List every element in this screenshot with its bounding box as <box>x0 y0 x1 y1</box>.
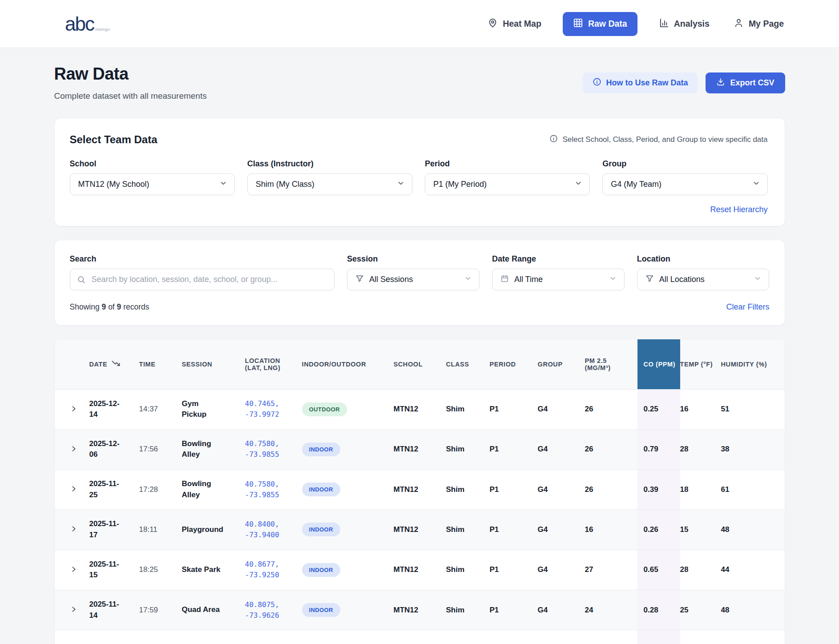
session-select[interactable]: All Sessions <box>347 269 480 290</box>
cell-pm25: 27 <box>585 550 637 590</box>
chevron-down-icon <box>574 179 582 189</box>
how-to-use-button[interactable]: How to Use Raw Data <box>583 72 698 93</box>
cell-indoor-outdoor: INDOOR <box>302 590 394 630</box>
cell-location[interactable]: 40.8075, -73.9626 <box>245 590 302 630</box>
chevron-down-icon <box>464 274 472 285</box>
location-select[interactable]: All Locations <box>637 269 770 290</box>
expand-row-button[interactable] <box>70 565 78 575</box>
cell-class: Shim <box>446 389 490 429</box>
cell-session: Skate Park <box>182 550 245 590</box>
nav-item-raw-data[interactable]: Raw Data <box>563 12 637 36</box>
table-row[interactable]: 2025-11-15 18:25 Skate Park 40.8677, -73… <box>55 550 785 590</box>
expand-row-button[interactable] <box>70 485 78 494</box>
table-row[interactable]: 2025-12-14 14:37 Gym Pickup 40.7465, -73… <box>55 389 785 429</box>
expand-row-button[interactable] <box>70 445 78 454</box>
cell-time: 17:28 <box>139 470 182 510</box>
chevron-down-icon <box>219 179 227 189</box>
cell-session: Playground <box>182 510 245 550</box>
cell-group: G4 <box>538 550 585 590</box>
date-range-select[interactable]: All Time <box>492 269 625 290</box>
chevron-down-icon <box>754 274 762 285</box>
table-row[interactable]: 2025-11-17 18:11 Playground 40.8400, -73… <box>55 510 785 550</box>
session-label: Session <box>347 254 480 264</box>
cell-co: 0.28 <box>637 590 680 630</box>
cell-co: 0.39 <box>637 470 680 510</box>
expand-row-button[interactable] <box>70 405 78 414</box>
cell-expand <box>55 510 89 550</box>
cell-pm25: 24 <box>585 590 637 630</box>
cell-group: G4 <box>538 429 585 469</box>
cell-class: Shim <box>446 429 490 469</box>
how-to-use-label: How to Use Raw Data <box>606 78 688 88</box>
cell-date: 2025-12-06 <box>89 429 139 469</box>
header-pm25: PM 2.5 (MG/M³) <box>585 339 637 389</box>
header-period: PERIOD <box>490 339 538 389</box>
nav-label: My Page <box>749 19 784 29</box>
expand-row-button[interactable] <box>70 605 78 615</box>
cell-indoor-outdoor: INDOOR <box>302 470 394 510</box>
cell-school: MTN12 <box>394 429 446 469</box>
download-icon <box>716 77 725 89</box>
cell-location[interactable]: 40.7580, -73.9855 <box>245 470 302 510</box>
raw-data-table-card: DATE TIME SESSION LOCATION (LAT, LNG) IN… <box>54 339 785 644</box>
cell-period: P1 <box>490 470 538 510</box>
cell-indoor-outdoor: INDOOR <box>302 510 394 550</box>
cell-period: P1 <box>490 389 538 429</box>
class-select[interactable]: Shim (My Class) <box>247 173 412 195</box>
export-csv-button[interactable]: Export CSV <box>706 72 785 93</box>
cell-school: MTN12 <box>394 389 446 429</box>
chevron-right-icon <box>70 405 78 414</box>
bar-chart-icon <box>659 18 669 30</box>
group-select[interactable]: G4 (My Team) <box>602 173 767 195</box>
cell-location[interactable]: 40.8677, -73.9250 <box>245 550 302 590</box>
cell-date: 2025-11-17 <box>89 510 139 550</box>
cell-temp: 25 <box>680 590 721 630</box>
cell-group: G4 <box>538 389 585 429</box>
cell-pm25: 26 <box>585 470 637 510</box>
cell-expand <box>55 429 89 469</box>
table-row[interactable]: 2025-12-06 17:56 Bowling Alley 40.7580, … <box>55 429 785 469</box>
cell-session: Gym Pickup <box>182 389 245 429</box>
brand-logo[interactable]: abc otamgu <box>65 13 110 35</box>
info-icon <box>593 77 601 89</box>
period-select[interactable]: P1 (My Period) <box>425 173 590 195</box>
cell-time: 18:25 <box>139 550 182 590</box>
nav-item-analysis[interactable]: Analysis <box>656 12 712 36</box>
header-location: LOCATION (LAT, LNG) <box>245 339 302 389</box>
chevron-right-icon <box>70 445 78 454</box>
cell-date: 2025-11-14 <box>89 590 139 630</box>
chevron-right-icon <box>70 525 78 534</box>
header-date[interactable]: DATE <box>89 339 139 389</box>
school-field: School MTN12 (My School) <box>70 159 235 195</box>
expand-row-button[interactable] <box>70 525 78 534</box>
cell-location[interactable]: 40.7580, -73.9855 <box>245 429 302 469</box>
cell-location[interactable]: 40.7465, -73.9972 <box>245 389 302 429</box>
cell-humidity: 38 <box>721 429 785 469</box>
table-row[interactable]: 2025-11-25 17:28 Bowling Alley 40.7580, … <box>55 470 785 510</box>
school-select[interactable]: MTN12 (My School) <box>70 173 235 195</box>
team-selector-card: Select Team Data Select School, Class, P… <box>54 118 785 226</box>
cell-expand <box>55 550 89 590</box>
table-row[interactable]: 2025-11-14 17:59 Quad Area 40.8075, -73.… <box>55 590 785 630</box>
header-humidity: HUMIDITY (%) <box>721 339 785 389</box>
reset-hierarchy-link[interactable]: Reset Hierarchy <box>710 205 767 214</box>
cell-pm25: 16 <box>585 510 637 550</box>
page-subtitle: Complete dataset with all measurements <box>54 91 207 101</box>
table-grid-icon <box>573 18 583 30</box>
session-select-value: All Sessions <box>369 275 413 284</box>
cell-location[interactable]: 40.8400, -73.9400 <box>245 510 302 550</box>
nav-item-my-page[interactable]: My Page <box>731 12 787 36</box>
search-input[interactable] <box>70 269 335 290</box>
header-session: SESSION <box>182 339 245 389</box>
table-row-partial <box>55 630 785 644</box>
nav-item-heat-map[interactable]: Heat Map <box>485 12 544 36</box>
header-time: TIME <box>139 339 182 389</box>
cell-expand <box>55 590 89 630</box>
person-icon <box>734 18 744 30</box>
calendar-icon <box>500 274 509 285</box>
indoor-outdoor-badge: OUTDOOR <box>302 402 347 416</box>
cell-class: Shim <box>446 510 490 550</box>
main-nav: Heat Map Raw Data Analysis My Page <box>485 12 787 36</box>
clear-filters-link[interactable]: Clear Filters <box>726 302 769 312</box>
header-class: CLASS <box>446 339 490 389</box>
